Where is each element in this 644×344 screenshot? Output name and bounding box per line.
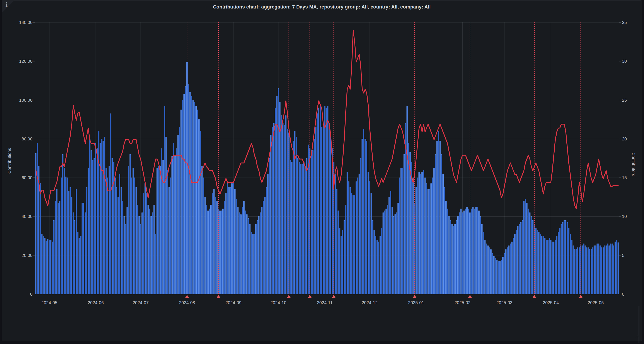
bar-contributions[interactable] <box>595 246 596 294</box>
bar-contributions[interactable] <box>151 216 152 294</box>
bar-contributions[interactable] <box>424 178 426 294</box>
bar-contributions[interactable] <box>366 141 367 294</box>
bar-contributions[interactable] <box>507 248 508 294</box>
bar-contributions[interactable] <box>56 189 57 294</box>
bar-contributions[interactable] <box>257 220 258 294</box>
bar-contributions[interactable] <box>239 213 240 294</box>
bar-contributions[interactable] <box>103 141 104 294</box>
bar-contributions[interactable] <box>109 166 110 294</box>
bar-contributions[interactable] <box>115 178 116 294</box>
bar-contributions[interactable] <box>381 228 382 294</box>
bar-contributions[interactable] <box>166 137 167 294</box>
bar-contributions[interactable] <box>529 213 530 294</box>
bar-contributions[interactable] <box>134 178 135 294</box>
bar-contributions[interactable] <box>306 158 308 294</box>
bar-contributions[interactable] <box>92 160 93 294</box>
bar-contributions[interactable] <box>158 166 159 294</box>
bar-contributions[interactable] <box>594 246 595 294</box>
bar-contributions[interactable] <box>214 189 214 294</box>
bar-contributions[interactable] <box>61 178 62 294</box>
bar-contributions[interactable] <box>54 220 54 294</box>
bar-contributions[interactable] <box>476 207 476 294</box>
bar-contributions[interactable] <box>300 164 302 294</box>
bar-contributions[interactable] <box>548 240 548 294</box>
bar-contributions[interactable] <box>363 129 364 294</box>
bar-contributions[interactable] <box>107 178 108 294</box>
bar-contributions[interactable] <box>341 236 342 294</box>
bar-contributions[interactable] <box>450 220 451 294</box>
bar-contributions[interactable] <box>140 224 141 294</box>
bar-contributions[interactable] <box>42 234 42 294</box>
bar-contributions[interactable] <box>416 187 416 294</box>
bar-contributions[interactable] <box>139 216 140 294</box>
bar-contributions[interactable] <box>396 213 397 294</box>
bar-contributions[interactable] <box>323 125 324 294</box>
bar-contributions[interactable] <box>167 170 168 294</box>
bar-contributions[interactable] <box>116 187 117 294</box>
bar-contributions[interactable] <box>172 156 173 294</box>
bar-contributions[interactable] <box>68 191 69 294</box>
annotation-marker[interactable] <box>413 295 416 298</box>
bar-contributions[interactable] <box>369 181 370 294</box>
bar-contributions[interactable] <box>387 205 388 294</box>
bar-contributions[interactable] <box>345 205 346 294</box>
bar-contributions[interactable] <box>607 244 608 294</box>
bar-contributions[interactable] <box>568 228 570 294</box>
bar-contributions[interactable] <box>562 222 563 294</box>
bar-contributions[interactable] <box>418 172 420 294</box>
bar-contributions[interactable] <box>284 125 285 294</box>
bar-contributions[interactable] <box>500 261 500 294</box>
bar-contributions[interactable] <box>413 178 414 294</box>
annotation-marker[interactable] <box>579 295 583 298</box>
bar-contributions[interactable] <box>448 216 450 294</box>
bar-contributions[interactable] <box>269 158 270 294</box>
bar-contributions[interactable] <box>216 201 218 294</box>
bar-contributions[interactable] <box>291 162 292 294</box>
bar-contributions[interactable] <box>309 149 310 294</box>
bar-contributions[interactable] <box>490 249 492 294</box>
bar-contributions[interactable] <box>80 236 81 294</box>
bar-contributions[interactable] <box>146 193 147 294</box>
bar-contributions[interactable] <box>459 213 460 294</box>
bar-contributions[interactable] <box>615 242 616 294</box>
bar-contributions[interactable] <box>130 154 131 294</box>
bar-contributions[interactable] <box>375 236 376 294</box>
bar-contributions[interactable] <box>251 232 252 294</box>
bar-contributions[interactable] <box>176 149 177 294</box>
bar-contributions[interactable] <box>401 168 402 294</box>
line-contributors[interactable] <box>36 30 618 209</box>
annotation-marker[interactable] <box>287 295 291 298</box>
bar-contributions[interactable] <box>483 232 484 294</box>
bar-contributions[interactable] <box>618 243 619 294</box>
bar-contributions[interactable] <box>70 187 71 294</box>
bar-contributions[interactable] <box>79 238 80 294</box>
bar-contributions[interactable] <box>404 154 405 294</box>
bar-contributions[interactable] <box>447 209 448 294</box>
bar-contributions[interactable] <box>65 177 66 294</box>
bar-contributions[interactable] <box>37 143 38 294</box>
bar-contributions[interactable] <box>196 106 197 294</box>
bar-contributions[interactable] <box>282 124 284 294</box>
panel-resize-handle[interactable] <box>636 334 639 337</box>
bar-contributions[interactable] <box>58 203 59 294</box>
bar-contributions[interactable] <box>428 189 428 294</box>
bar-contributions[interactable] <box>440 141 440 294</box>
bar-contributions[interactable] <box>168 187 170 294</box>
bar-contributions[interactable] <box>456 220 457 294</box>
bar-contributions[interactable] <box>132 168 134 294</box>
bar-contributions[interactable] <box>598 244 599 294</box>
bar-contributions[interactable] <box>125 224 126 294</box>
bar-contributions[interactable] <box>67 178 68 294</box>
bar-contributions[interactable] <box>230 187 231 294</box>
bar-contributions[interactable] <box>374 230 375 294</box>
bar-contributions[interactable] <box>426 183 427 294</box>
bar-contributions[interactable] <box>588 248 589 294</box>
bar-contributions[interactable] <box>540 234 541 294</box>
chart-canvas[interactable] <box>35 22 619 301</box>
bar-contributions[interactable] <box>43 236 44 294</box>
bar-contributions[interactable] <box>142 213 143 294</box>
bar-contributions[interactable] <box>610 244 611 294</box>
bar-contributions[interactable] <box>131 178 132 294</box>
bar-contributions[interactable] <box>184 94 185 294</box>
bar-contributions[interactable] <box>360 158 361 294</box>
